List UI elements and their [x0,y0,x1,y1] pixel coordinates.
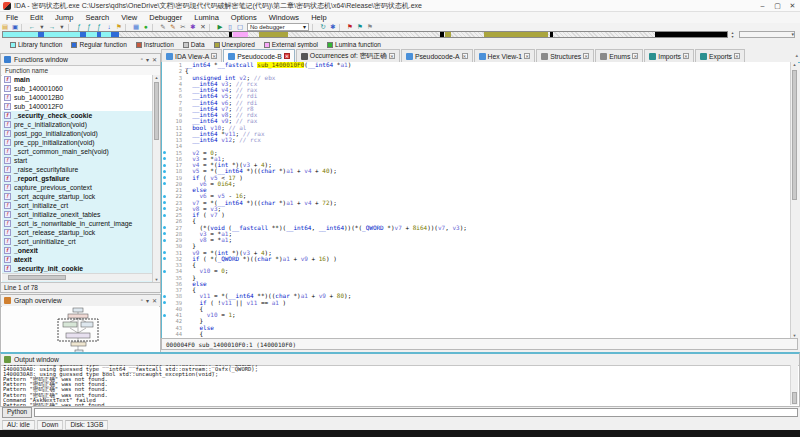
tab-close-icon[interactable]: ✕ [284,53,290,59]
function-window-icon[interactable]: ƒ [74,23,84,31]
function-list-item[interactable]: fpre_c_initialization(void) [2,120,152,129]
function-list-item[interactable]: f_onexit [2,246,152,255]
pseudocode-view[interactable]: 1__int64 *__fastcall sub_1400010F0(__int… [161,62,790,338]
menu-edit[interactable]: Edit [24,13,49,22]
function-list-item[interactable]: fmain [2,75,152,84]
start-process-icon[interactable]: ▶ [215,23,225,31]
menu-file[interactable]: File [0,13,24,22]
function-list-item[interactable]: f_security_check_cookie [2,111,152,120]
navigate-back-icon[interactable]: ← [27,23,37,31]
gray-flag-icon[interactable]: ⚑ [365,23,375,31]
functions-window-header[interactable]: Functions window ▫ ▾ ✕ [1,54,160,66]
function-list-item[interactable]: f_scrt_uninitialize_crt [2,237,152,246]
tab-close-icon[interactable]: ✕ [734,53,740,59]
function-list-item[interactable]: fcapture_previous_context [2,183,152,192]
scroll-thumb[interactable] [154,82,159,140]
tab-close-icon[interactable]: ✕ [524,53,530,59]
navigate-forward-icon[interactable]: → [47,23,57,31]
trace-icon[interactable]: ⚑ [355,23,365,31]
tab-exports[interactable]: Exports✕ [695,49,745,62]
function-list-item[interactable]: f_security_init_cookie [2,264,152,273]
ida-view-icon[interactable]: ▦ [131,23,141,31]
tab-close-icon[interactable]: ✕ [583,53,589,59]
maximize-button[interactable]: ▢ [770,2,785,10]
attach-process-icon[interactable]: ↻ [318,23,328,31]
function-list-item[interactable]: f_report_gsfailure [2,174,152,183]
menu-help[interactable]: Help [305,13,332,22]
pause-process-icon[interactable]: ▯ [225,23,235,31]
output-log[interactable]: 1400030A0: using guessed type __int64 __… [3,365,790,406]
function-list-item[interactable]: fpre_cpp_initialization(void) [2,138,152,147]
function-list-item[interactable]: fsub_1400012B0 [2,93,152,102]
function-list-item[interactable]: fatexit [2,255,152,264]
tab-occurrences-of-[interactable]: Occurrences of: 密码正确✕ [296,49,400,62]
plugins-icon[interactable]: ✱ [188,23,198,31]
scroll-thumb[interactable] [792,70,797,200]
navband-spinner[interactable]: ▴▾ [729,31,736,38]
next-function-icon[interactable]: ƒ [94,23,104,31]
menu-lumina[interactable]: Lumina [188,13,225,22]
function-list-item[interactable]: f_scrt_initialize_onexit_tables [2,210,152,219]
debugger-selector-combo[interactable]: No debugger▾ [247,23,309,31]
script-file-icon[interactable]: ✎ [158,23,168,31]
panel-close-icon[interactable]: ✕ [152,56,157,63]
panel-restore-icon[interactable]: ▫ [141,297,143,304]
close-button[interactable]: ✕ [785,2,800,10]
menu-jump[interactable]: Jump [49,13,79,22]
panel-pin-icon[interactable]: ▾ [146,56,149,63]
tab-hex-view-1[interactable]: Hex View-1✕ [474,49,536,62]
python-console-input[interactable] [34,408,798,417]
patch-icon[interactable]: ✂ [178,23,188,31]
menu-search[interactable]: Search [79,13,115,22]
save-icon[interactable]: ▣ [10,23,20,31]
function-list-item[interactable]: f_raise_securityfailure [2,165,152,174]
function-list-item[interactable]: f_scrt_acquire_startup_lock [2,192,152,201]
previous-function-icon[interactable]: ƒ [84,23,94,31]
tab-close-icon[interactable]: ✕ [462,53,468,59]
function-list-hscrollbar[interactable] [2,273,152,281]
menu-options[interactable]: Options [225,13,263,22]
jump-address-icon[interactable]: ↓ [104,23,114,31]
open-file-icon[interactable]: ▤ [0,23,10,31]
marker-icon[interactable]: ⚑ [114,23,124,31]
navigate-back-dropdown-icon[interactable]: ▾ [37,23,47,31]
panel-pin-icon[interactable]: ▾ [146,297,149,304]
tab-close-icon[interactable]: ✕ [683,53,689,59]
tab-structures[interactable]: Structures✕ [536,49,594,62]
function-list-item[interactable]: f_scrt_common_main_seh(void) [2,147,152,156]
tab-close-icon[interactable]: ✕ [632,53,638,59]
scroll-thumb[interactable] [792,392,797,404]
script-command-icon[interactable]: ✎ [168,23,178,31]
python-selector-button[interactable]: Python [2,407,32,418]
panel-close-icon[interactable]: ✕ [152,297,157,304]
scroll-up-icon[interactable]: ▲ [791,62,798,67]
pseudocode-vscrollbar[interactable]: ▲ ▼ [790,62,798,338]
navband-combo[interactable]: ▾ [739,31,795,38]
function-list-item[interactable]: fpost_pgo_initialization(void) [2,129,152,138]
menu-view[interactable]: View [115,13,143,22]
code-line[interactable]: 44 { [162,331,790,337]
minimize-button[interactable]: – [755,2,770,10]
menu-debugger[interactable]: Debugger [143,13,188,22]
function-list-item[interactable]: fsub_140001060 [2,84,152,93]
function-list-item[interactable]: f_scrt_initialize_crt [2,201,152,210]
scroll-thumb[interactable] [8,275,66,280]
tab-close-icon[interactable]: ✕ [211,53,217,59]
lumina-icon[interactable]: ● [141,23,151,31]
tab-ida-view-a[interactable]: IDA View-A✕ [161,49,222,62]
function-list-item[interactable]: f_scrt_is_nonwritable_in_current_image [2,219,152,228]
tab-pseudocode-b[interactable]: Pseudocode-B✕ [223,49,295,62]
output-vscrollbar[interactable] [790,365,798,405]
navigation-band[interactable] [2,31,728,38]
tab-close-icon[interactable]: ✕ [389,53,395,59]
panel-restore-icon[interactable]: ▫ [141,56,143,63]
function-list-vscrollbar[interactable]: ▲ ▼ [152,75,160,282]
debugger-options-icon[interactable]: ✱ [328,23,338,31]
scroll-up-icon[interactable]: ▲ [153,75,160,80]
breakpoint-icon[interactable]: ⚑ [345,23,355,31]
function-list-item[interactable]: f_scrt_release_startup_lock [2,228,152,237]
stop-process-icon[interactable]: ▢ [235,23,245,31]
tab-enums[interactable]: Enums✕ [595,49,643,62]
navigate-forward-dropdown-icon[interactable]: ▾ [57,23,67,31]
function-list-item[interactable]: fstart [2,156,152,165]
